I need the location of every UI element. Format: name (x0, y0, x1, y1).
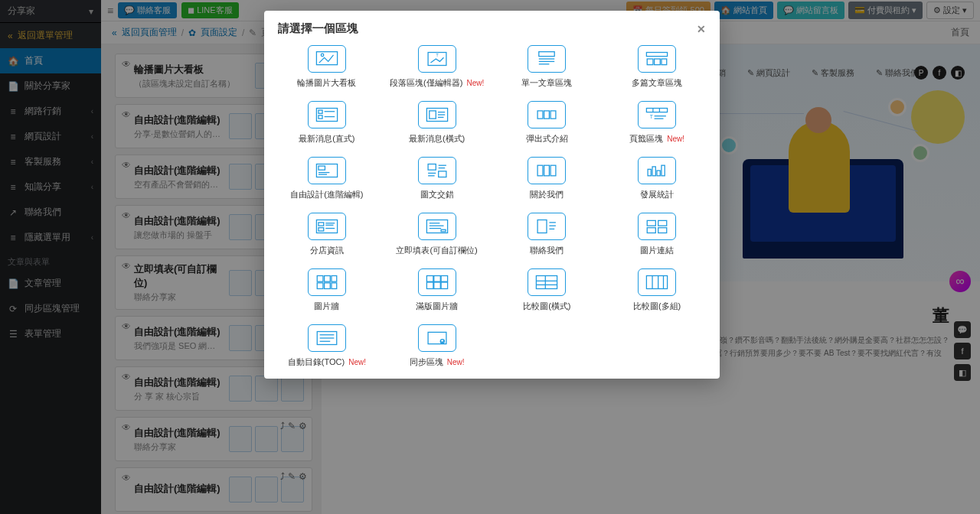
tile-label: 最新消息(直式) (273, 133, 381, 145)
tile-icon (308, 157, 346, 184)
svg-rect-42 (544, 165, 550, 176)
block-type-tile[interactable]: 同步區塊 New! (384, 323, 491, 371)
tile-label: 同步區塊 New! (384, 356, 491, 368)
svg-rect-79 (537, 276, 557, 289)
tile-icon (418, 101, 456, 128)
tile-icon (528, 157, 566, 184)
svg-rect-13 (318, 110, 322, 113)
block-type-tile[interactable]: 自由設計(進階編輯) (273, 155, 381, 203)
tile-label: 單一文章區塊 (494, 77, 601, 89)
svg-rect-91 (428, 332, 446, 343)
svg-rect-76 (426, 282, 433, 289)
tile-label: 聯絡我們 (494, 245, 601, 256)
svg-rect-58 (441, 229, 446, 232)
svg-rect-23 (544, 111, 550, 119)
tile-label: 多篇文章區塊 (603, 77, 710, 89)
tile-label: 滿版圖片牆 (384, 301, 491, 312)
svg-text:T: T (436, 53, 438, 57)
svg-rect-45 (652, 167, 655, 176)
tile-icon (638, 268, 676, 296)
tile-label: 頁籤區塊 New! (603, 133, 710, 145)
tile-icon (418, 213, 456, 240)
svg-rect-70 (317, 283, 323, 289)
tile-icon (308, 45, 346, 73)
svg-rect-72 (332, 283, 337, 289)
block-picker-modal: 請選擇一個區塊 ✕ 輪播圖片大看板T 段落區塊(僅編輯器) New! 單一文章區… (264, 11, 720, 379)
block-type-tile[interactable]: 最新消息(直式) (273, 99, 381, 148)
svg-rect-8 (647, 53, 668, 57)
tile-label: 分店資訊 (273, 245, 381, 256)
tile-icon (418, 324, 456, 352)
tile-icon (418, 157, 456, 184)
svg-rect-18 (429, 111, 436, 119)
svg-rect-10 (655, 59, 661, 65)
tile-label: 比較圖(多組) (603, 301, 710, 312)
svg-rect-22 (537, 111, 543, 119)
svg-rect-4 (539, 52, 554, 57)
svg-rect-32 (318, 166, 325, 170)
tile-label: 彈出式介紹 (494, 133, 601, 145)
block-type-tile[interactable]: 最新消息(橫式) (384, 99, 491, 148)
svg-rect-64 (658, 220, 667, 226)
new-badge: New! (667, 135, 684, 143)
svg-rect-43 (550, 165, 556, 176)
tile-label: 段落區塊(僅編輯器) New! (384, 77, 491, 89)
svg-rect-73 (426, 276, 433, 282)
svg-rect-59 (537, 220, 547, 233)
block-type-tile[interactable]: 自動目錄(TOC) New! (273, 323, 381, 371)
block-type-tile[interactable]: 發展統計 (603, 155, 710, 203)
block-type-tile[interactable]: 輪播圖片大看板 (273, 44, 381, 92)
tile-icon (418, 268, 456, 296)
svg-rect-71 (324, 283, 330, 289)
svg-rect-46 (657, 171, 660, 176)
tile-icon (528, 101, 566, 128)
svg-rect-44 (648, 169, 651, 176)
tile-label: 最新消息(橫式) (384, 133, 491, 145)
svg-rect-52 (318, 228, 324, 231)
close-icon[interactable]: ✕ (697, 23, 706, 35)
block-type-tile[interactable]: 比較圖(橫式) (494, 267, 601, 315)
tile-icon (638, 157, 676, 184)
svg-rect-83 (647, 276, 668, 289)
svg-rect-68 (324, 276, 330, 282)
svg-point-1 (321, 54, 323, 56)
tile-icon (638, 45, 676, 73)
svg-rect-63 (647, 220, 655, 226)
block-type-tile[interactable]: 關於我們 (494, 155, 601, 203)
svg-rect-11 (662, 59, 667, 65)
tile-label: 自由設計(進階編輯) (273, 189, 381, 200)
block-type-tile[interactable]: 圖片牆 (273, 267, 381, 315)
tile-icon (528, 45, 566, 73)
block-type-tile[interactable]: 彈出式介紹 (494, 99, 601, 148)
svg-rect-67 (317, 276, 323, 282)
svg-rect-47 (662, 165, 665, 176)
tile-icon (528, 213, 566, 240)
svg-rect-77 (433, 282, 440, 289)
tile-label: 立即填表(可自訂欄位) (384, 245, 491, 256)
new-badge: New! (466, 79, 484, 87)
svg-rect-78 (441, 282, 448, 289)
block-type-tile[interactable]: T 段落區塊(僅編輯器) New! (384, 44, 491, 92)
svg-rect-65 (647, 228, 655, 233)
modal-title: 請選擇一個區塊 (278, 21, 358, 36)
block-type-tile[interactable]: 聯絡我們 (494, 211, 601, 259)
block-type-tile[interactable]: 多篇文章區塊 (603, 44, 710, 92)
tile-icon (308, 101, 346, 128)
block-type-tile[interactable]: 比較圖(多組) (603, 267, 710, 315)
block-type-tile[interactable]: 圖文交錯 (384, 155, 491, 203)
block-type-tile[interactable]: 圖片連結 (603, 211, 710, 259)
block-type-tile[interactable]: 單一文章區塊 (494, 44, 601, 92)
svg-rect-66 (658, 228, 667, 233)
block-type-tile[interactable]: 分店資訊 (273, 211, 381, 259)
tile-label: 圖文交錯 (384, 189, 491, 200)
svg-rect-24 (550, 111, 556, 119)
svg-text:T: T (650, 114, 653, 119)
svg-rect-35 (428, 164, 436, 171)
tile-label: 關於我們 (494, 189, 601, 200)
tile-label: 輪播圖片大看板 (273, 77, 381, 89)
block-type-tile[interactable]: 立即填表(可自訂欄位) (384, 211, 491, 259)
block-type-tile[interactable]: T 頁籤區塊 New! (603, 99, 710, 148)
block-type-tile[interactable]: 滿版圖片牆 (384, 267, 491, 315)
svg-rect-41 (537, 165, 543, 176)
svg-rect-54 (426, 220, 447, 233)
